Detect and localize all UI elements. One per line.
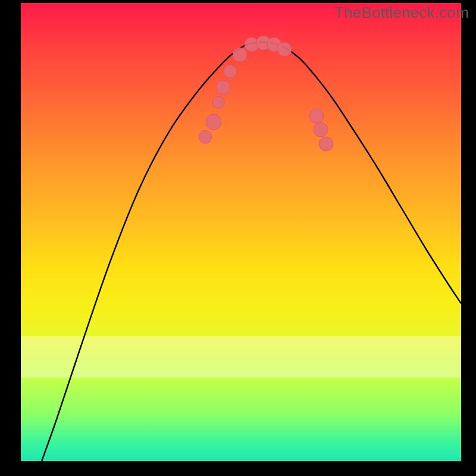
- left-cluster-marker: [206, 114, 221, 130]
- left-cluster-marker: [212, 96, 224, 108]
- right-cluster-marker: [314, 123, 328, 137]
- left-cluster-marker: [224, 65, 237, 78]
- chart-svg: [21, 3, 461, 461]
- attribution-text: TheBottleneck.com: [334, 4, 469, 22]
- right-cluster-marker: [309, 109, 324, 123]
- data-markers: [199, 36, 333, 151]
- left-cluster-marker: [199, 130, 212, 143]
- left-cluster-marker: [233, 48, 247, 62]
- bottleneck-curve: [42, 42, 461, 461]
- bottom-cluster-marker: [277, 42, 292, 57]
- left-cluster-marker: [216, 80, 230, 95]
- right-cluster-marker: [319, 137, 333, 151]
- chart-plot-area: [21, 3, 461, 461]
